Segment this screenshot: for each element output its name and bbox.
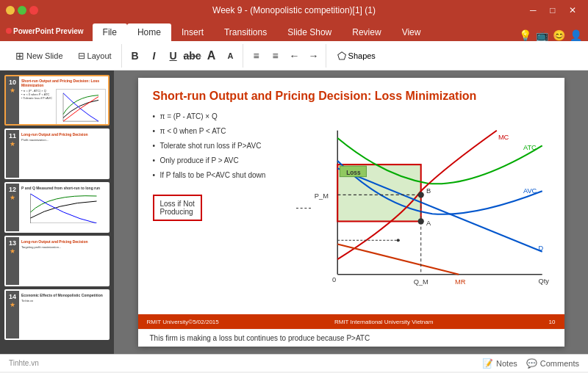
new-slide-label: New Slide — [26, 51, 63, 60]
toolbar-group-paragraph: ≡ ≡ ← → — [245, 44, 326, 68]
strikethrough-button[interactable]: abc — [184, 47, 201, 65]
slide-bottom-text: This firm is making a loss but continues… — [138, 329, 564, 347]
emoji-icon[interactable]: 😊 — [553, 29, 565, 41]
tab-insert[interactable]: Insert — [171, 23, 214, 41]
window-title: Week 9 - (Monopolistic competition)[1] (… — [65, 5, 523, 15]
qm-label: Q_M — [413, 278, 428, 286]
slide-container: Short-run Output and Pricing Decision: L… — [138, 78, 564, 347]
toolbar: ⊞ New Slide ⊟ Layout B I U abc A A ≡ ≡ ←… — [0, 41, 588, 70]
present-icon[interactable]: 📺 — [536, 29, 548, 41]
slide-num-12: 12 ★ — [6, 184, 19, 231]
brand-label: Tinhte.vn — [9, 359, 39, 367]
toolbar-group-shapes: ⬠ Shapes — [328, 44, 385, 68]
bullet-5: If P falls to be P<AVC shut down — [153, 170, 300, 180]
numbered-list-button[interactable]: ≡ — [267, 47, 284, 65]
minimize-btn[interactable] — [6, 6, 15, 15]
slide-preview-10: Short-run Output and Pricing Decision: L… — [19, 76, 108, 124]
notes-label: Notes — [496, 359, 517, 368]
star-icon-11: ★ — [10, 140, 15, 148]
notes-button[interactable]: 📝 Notes — [482, 358, 517, 369]
slide-thumb-12[interactable]: 12 ★ P and Q Measured from short-run to … — [4, 182, 110, 233]
footer-center: RMIT International University Vietnam — [334, 319, 433, 325]
b-label: B — [426, 187, 430, 195]
star-icon-12: ★ — [10, 194, 15, 201]
main-area: 10 ★ Short-run Output and Pricing Decisi… — [0, 70, 588, 354]
toolbar-group-text: B I U abc A A — [123, 44, 243, 68]
win-close[interactable]: ✕ — [562, 0, 582, 21]
ppt-logo — [6, 28, 12, 34]
font-size-down-button[interactable]: A — [222, 47, 240, 65]
bold-button[interactable]: B — [126, 47, 144, 65]
star-icon-10: ★ — [10, 87, 15, 94]
shapes-button[interactable]: ⬠ Shapes — [331, 47, 382, 65]
italic-button[interactable]: I — [146, 47, 163, 65]
slide-preview-12: P and Q Measured from short-run to long … — [19, 184, 108, 231]
atc-label: ATC — [523, 144, 536, 151]
bullet-4: Only produce if P > AVC — [153, 156, 300, 165]
bullet-3: Tolerate shot run loss if P>AVC — [153, 141, 300, 151]
tab-review[interactable]: Review — [342, 23, 391, 41]
slide-preview-13: Long-run Output and Pricing Decision Tar… — [19, 237, 108, 285]
slide-bullets: π = (P - ATC) × Q π < 0 when P < ATC Tol… — [153, 112, 300, 308]
comments-icon: 💬 — [526, 358, 537, 369]
toolbar-group-slides: ⊞ New Slide ⊟ Layout — [6, 44, 122, 68]
mc-label: MC — [498, 134, 509, 141]
loss-not-producing-box: Loss if NotProducing — [153, 195, 202, 221]
slide-thumb-11[interactable]: 11 ★ Long-run Output and Pricing Decisio… — [4, 128, 110, 179]
increase-indent-button[interactable]: → — [305, 47, 323, 65]
pm-label: P_M — [314, 192, 328, 200]
tab-view[interactable]: View — [392, 23, 431, 41]
title-bar: Week 9 - (Monopolistic competition)[1] (… — [0, 0, 588, 21]
bullet-1: π = (P - ATC) × Q — [153, 112, 300, 121]
svg-point-10 — [417, 218, 423, 224]
tab-slideshow[interactable]: Slide Show — [277, 23, 342, 41]
bullet-list-button[interactable]: ≡ — [248, 47, 265, 65]
decrease-indent-button[interactable]: ← — [286, 47, 304, 65]
loss-box-label: Loss — [346, 170, 361, 176]
comments-button[interactable]: 💬 Comments — [526, 358, 579, 369]
tab-home[interactable]: Home — [127, 23, 171, 41]
new-slide-icon: ⊞ — [15, 50, 24, 62]
chart-svg: P_M Q_M 0 Qty MR — [307, 112, 550, 308]
footer-page: 10 — [549, 319, 556, 325]
star-icon-13: ★ — [10, 247, 15, 255]
close-btn[interactable] — [29, 6, 38, 15]
loss-not-producing-label: Loss if NotProducing — [160, 200, 195, 216]
slide-preview-11: Long-run Output and Pricing Decision Pro… — [19, 130, 108, 178]
bullet-2: π < 0 when P < ATC — [153, 126, 300, 136]
layout-button[interactable]: ⊟ Layout — [71, 48, 118, 64]
win-max[interactable]: □ — [543, 0, 563, 21]
new-slide-button[interactable]: ⊞ New Slide — [9, 47, 70, 65]
slide-num-13: 13 ★ — [6, 237, 19, 285]
layout-icon: ⊟ — [78, 51, 85, 61]
win-min[interactable]: ─ — [523, 0, 543, 21]
a-label: A — [426, 220, 431, 227]
ribbon-tab-row: PowerPoint Preview File Home Insert Tran… — [0, 21, 588, 41]
slide-thumb-14[interactable]: 14 ★ Economic Effects of Monopolistic Co… — [4, 289, 110, 340]
notes-icon: 📝 — [482, 358, 493, 369]
shapes-icon: ⬠ — [337, 50, 346, 62]
star-icon-14: ★ — [10, 301, 15, 308]
mr-label: MR — [455, 278, 466, 286]
slide-footer: RMIT University©5/02/2015 RMIT Internati… — [138, 314, 564, 329]
tab-file[interactable]: File — [93, 23, 127, 41]
slide-num-10: 10 ★ — [6, 76, 19, 124]
user-icon[interactable]: 👤 — [570, 29, 582, 41]
font-size-up-button[interactable]: A — [203, 47, 220, 65]
slide-title: Short-run Output and Pricing Decision: L… — [153, 90, 550, 103]
slide-preview-14: Economic Effects of Monopolistic Competi… — [19, 291, 108, 338]
slide-thumb-13[interactable]: 13 ★ Long-run Output and Pricing Decisio… — [4, 236, 110, 286]
maximize-btn[interactable] — [18, 6, 26, 15]
slide-num-14: 14 ★ — [6, 291, 19, 338]
help-icon[interactable]: 💡 — [519, 29, 531, 41]
slide-thumb-10[interactable]: 10 ★ Short-run Output and Pricing Decisi… — [4, 75, 110, 126]
svg-point-9 — [417, 192, 423, 198]
layout-label: Layout — [87, 51, 112, 60]
slide-chart: P_M Q_M 0 Qty MR — [307, 112, 550, 308]
zero-label: 0 — [332, 276, 336, 283]
underline-button[interactable]: U — [165, 47, 182, 65]
svg-point-13 — [396, 239, 399, 242]
avc-label: AVC — [523, 187, 537, 195]
footer-left: RMIT University©5/02/2015 — [147, 319, 219, 325]
tab-transitions[interactable]: Transitions — [214, 23, 277, 41]
